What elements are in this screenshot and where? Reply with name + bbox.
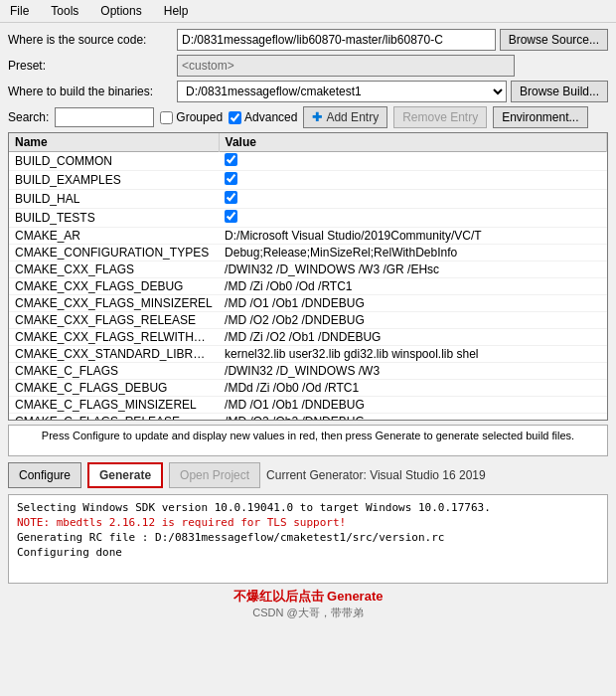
source-label: Where is the source code: (8, 33, 177, 47)
value-checkbox[interactable] (225, 191, 237, 204)
cmake-variables-table: Name Value BUILD_COMMONBUILD_EXAMPLESBUI… (9, 133, 607, 421)
advanced-checkbox[interactable] (229, 111, 241, 124)
table-row[interactable]: CMAKE_CXX_STANDARD_LIBRARIESkernel32.lib… (9, 346, 607, 363)
cell-value (219, 152, 606, 171)
menu-options[interactable]: Options (94, 2, 147, 20)
open-project-button[interactable]: Open Project (169, 462, 260, 488)
cell-value: kernel32.lib user32.lib gdi32.lib winspo… (219, 346, 606, 363)
table-row[interactable]: BUILD_COMMON (9, 152, 607, 171)
cmake-table[interactable]: Name Value BUILD_COMMONBUILD_EXAMPLESBUI… (8, 132, 608, 421)
remove-entry-button[interactable]: Remove Entry (393, 106, 487, 128)
action-row: Configure Generate Open Project Current … (8, 462, 608, 488)
table-row[interactable]: CMAKE_C_FLAGS_MINSIZEREL/MD /O1 /Ob1 /DN… (9, 397, 607, 414)
add-entry-label: Add Entry (326, 110, 379, 124)
plus-icon: ✚ (312, 110, 322, 124)
log-line: Configuring done (17, 546, 599, 559)
source-row: Where is the source code: Browse Source.… (8, 29, 608, 51)
preset-label: Preset: (8, 59, 177, 73)
col-value: Value (219, 133, 606, 152)
grouped-label-text: Grouped (176, 110, 223, 124)
advanced-label-text: Advanced (244, 110, 297, 124)
cell-name: CMAKE_C_FLAGS_MINSIZEREL (9, 397, 219, 414)
table-row[interactable]: BUILD_HAL (9, 190, 607, 209)
cell-value: /MD /Zi /O2 /Ob1 /DNDEBUG (219, 329, 606, 346)
cell-value (219, 209, 606, 228)
table-row[interactable]: CMAKE_ARD:/Microsoft Visual Studio/2019C… (9, 228, 607, 245)
configure-button[interactable]: Configure (8, 462, 81, 488)
table-row[interactable]: CMAKE_CXX_FLAGS_RELEASE/MD /O2 /Ob2 /DND… (9, 312, 607, 329)
cell-value: /MD /O1 /Ob1 /DNDEBUG (219, 295, 606, 312)
menu-file[interactable]: File (4, 2, 35, 20)
cell-name: CMAKE_CXX_FLAGS_MINSIZEREL (9, 295, 219, 312)
log-line: Selecting Windows SDK version 10.0.19041… (17, 501, 599, 514)
environment-button[interactable]: Environment... (493, 106, 587, 128)
search-input[interactable] (55, 107, 154, 127)
table-row[interactable]: CMAKE_C_FLAGS_RELEASE/MD /O2 /Ob2 /DNDEB… (9, 414, 607, 422)
value-checkbox[interactable] (225, 210, 237, 223)
generator-label: Current Generator: Visual Studio 16 2019 (266, 468, 486, 482)
table-row[interactable]: CMAKE_CXX_FLAGS/DWIN32 /D_WINDOWS /W3 /G… (9, 261, 607, 278)
table-row[interactable]: BUILD_TESTS (9, 209, 607, 228)
preset-input[interactable] (177, 55, 515, 77)
table-header-row: Name Value (9, 133, 607, 152)
cell-name: BUILD_HAL (9, 190, 219, 209)
cell-value: /MD /O1 /Ob1 /DNDEBUG (219, 397, 606, 414)
value-checkbox[interactable] (225, 172, 237, 185)
cell-name: CMAKE_C_FLAGS (9, 363, 219, 380)
cell-name: CMAKE_AR (9, 228, 219, 245)
status-bar: Press Configure to update and display ne… (8, 425, 608, 456)
source-input[interactable] (177, 29, 496, 51)
cell-name: CMAKE_CXX_STANDARD_LIBRARIES (9, 346, 219, 363)
menu-tools[interactable]: Tools (45, 2, 84, 20)
cell-value: /MD /O2 /Ob2 /DNDEBUG (219, 414, 606, 422)
build-select[interactable]: D:/0831messageflow/cmaketest1 (177, 81, 507, 102)
cell-value: D:/Microsoft Visual Studio/2019Community… (219, 228, 606, 245)
grouped-checkbox-label[interactable]: Grouped (160, 110, 223, 124)
table-row[interactable]: CMAKE_C_FLAGS_DEBUG/MDd /Zi /Ob0 /Od /RT… (9, 380, 607, 397)
search-label: Search: (8, 110, 49, 124)
table-row[interactable]: CMAKE_CONFIGURATION_TYPESDebug;Release;M… (9, 245, 607, 261)
generate-button[interactable]: Generate (87, 462, 163, 488)
cell-value: /MD /O2 /Ob2 /DNDEBUG (219, 312, 606, 329)
build-label: Where to build the binaries: (8, 85, 177, 98)
menu-bar: File Tools Options Help (0, 0, 616, 23)
watermark-text: 不爆红以后点击 Generate (8, 588, 608, 606)
menu-help[interactable]: Help (158, 2, 195, 20)
watermark-subtext: CSDN @大哥，带带弟 (8, 606, 608, 620)
cell-value: Debug;Release;MinSizeRel;RelWithDebInfo (219, 245, 606, 261)
table-row[interactable]: CMAKE_CXX_FLAGS_MINSIZEREL/MD /O1 /Ob1 /… (9, 295, 607, 312)
cell-name: CMAKE_CXX_FLAGS_RELEASE (9, 312, 219, 329)
cell-value: /MD /Zi /Ob0 /Od /RTC1 (219, 278, 606, 295)
table-row[interactable]: CMAKE_CXX_FLAGS_RELWITHDEBINFO/MD /Zi /O… (9, 329, 607, 346)
log-line: Generating RC file : D:/0831messageflow/… (17, 531, 599, 544)
grouped-checkbox[interactable] (160, 111, 173, 124)
build-row: Where to build the binaries: D:/0831mess… (8, 81, 608, 102)
col-name: Name (9, 133, 219, 152)
advanced-checkbox-label[interactable]: Advanced (229, 110, 297, 124)
cell-value (219, 190, 606, 209)
table-row[interactable]: BUILD_EXAMPLES (9, 171, 607, 190)
preset-row: Preset: (8, 55, 608, 77)
cell-value: /DWIN32 /D_WINDOWS /W3 (219, 363, 606, 380)
log-line: NOTE: mbedtls 2.16.12 is required for TL… (17, 516, 599, 529)
cell-value: /MDd /Zi /Ob0 /Od /RTC1 (219, 380, 606, 397)
table-row[interactable]: CMAKE_C_FLAGS/DWIN32 /D_WINDOWS /W3 (9, 363, 607, 380)
cell-name: CMAKE_CXX_FLAGS_DEBUG (9, 278, 219, 295)
cell-name: CMAKE_C_FLAGS_DEBUG (9, 380, 219, 397)
cell-name: CMAKE_CXX_FLAGS_RELWITHDEBINFO (9, 329, 219, 346)
log-area: Selecting Windows SDK version 10.0.19041… (8, 494, 608, 584)
add-entry-button[interactable]: ✚ Add Entry (303, 106, 387, 128)
cell-name: CMAKE_C_FLAGS_RELEASE (9, 414, 219, 422)
cell-name: CMAKE_CONFIGURATION_TYPES (9, 245, 219, 261)
toolbar-row: Search: Grouped Advanced ✚ Add Entry Rem… (8, 106, 608, 128)
main-container: Where is the source code: Browse Source.… (0, 23, 616, 626)
cell-value: /DWIN32 /D_WINDOWS /W3 /GR /EHsc (219, 261, 606, 278)
cell-value (219, 171, 606, 190)
table-row[interactable]: CMAKE_CXX_FLAGS_DEBUG/MD /Zi /Ob0 /Od /R… (9, 278, 607, 295)
cell-name: BUILD_TESTS (9, 209, 219, 228)
browse-source-button[interactable]: Browse Source... (500, 29, 608, 51)
value-checkbox[interactable] (225, 153, 237, 166)
cell-name: CMAKE_CXX_FLAGS (9, 261, 219, 278)
browse-build-button[interactable]: Browse Build... (511, 81, 608, 102)
cell-name: BUILD_COMMON (9, 152, 219, 171)
